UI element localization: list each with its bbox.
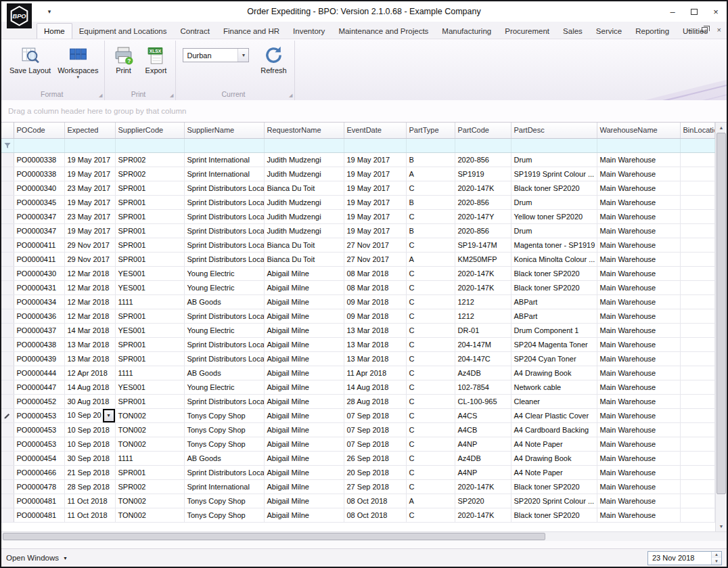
cell-suppliercode[interactable]: 1111: [115, 294, 184, 309]
cell-parttype[interactable]: C: [406, 309, 455, 323]
cell-requestorname[interactable]: Abigail Milne: [264, 494, 344, 508]
column-header-binlocationname[interactable]: BinLocationNa: [680, 123, 715, 138]
tab-finance-and-hr[interactable]: Finance and HR: [217, 24, 286, 39]
cell-expected[interactable]: 13 Mar 2018: [64, 337, 115, 351]
cell-requestorname[interactable]: Abigail Milne: [264, 451, 344, 465]
filter-cell-requestorname[interactable]: [264, 138, 344, 152]
cell-suppliercode[interactable]: SPR001: [115, 394, 184, 408]
cell-pocode[interactable]: PO0000434: [14, 294, 64, 309]
cell-partcode[interactable]: 2020-147K: [455, 266, 511, 280]
cell-expected[interactable]: 14 Aug 2018: [64, 380, 115, 394]
cell-suppliercode[interactable]: SPR001: [115, 252, 184, 266]
cell-pocode[interactable]: PO0000338: [14, 167, 64, 181]
cell-binlocationname[interactable]: [680, 451, 715, 465]
cell-binlocationname[interactable]: [680, 266, 715, 280]
cell-parttype[interactable]: C: [406, 181, 455, 195]
cell-pocode[interactable]: PO0000436: [14, 309, 64, 323]
cell-partdesc[interactable]: Network cable: [511, 380, 597, 394]
date-editor[interactable]: 23 Nov 2018 ▲ ▼: [647, 551, 722, 565]
cell-eventdate[interactable]: 19 May 2017: [344, 223, 406, 238]
table-row[interactable]: PO000046621 Sep 2018SPR001Sprint Distrib…: [1, 465, 715, 479]
cell-suppliername[interactable]: Sprint Distributors Local: [184, 195, 264, 209]
cell-requestorname[interactable]: Abigail Milne: [264, 323, 344, 337]
cell-pocode[interactable]: PO0000453: [14, 437, 64, 451]
cell-parttype[interactable]: A: [406, 252, 455, 266]
cell-parttype[interactable]: C: [406, 408, 455, 422]
cell-eventdate[interactable]: 08 Mar 2018: [344, 280, 406, 294]
cell-parttype[interactable]: C: [406, 209, 455, 223]
cell-binlocationname[interactable]: [680, 209, 715, 223]
column-header-partcode[interactable]: PartCode: [455, 123, 511, 138]
cell-requestorname[interactable]: Abigail Milne: [264, 479, 344, 494]
filter-cell-binlocationname[interactable]: [680, 138, 715, 152]
refresh-button[interactable]: Refresh: [256, 43, 291, 74]
cell-pocode[interactable]: PO0000453: [14, 408, 64, 422]
cell-warehousename[interactable]: Main Warehouse: [597, 223, 680, 238]
cell-eventdate[interactable]: 19 May 2017: [344, 167, 406, 181]
cell-requestorname[interactable]: Abigail Milne: [264, 366, 344, 380]
cell-eventdate[interactable]: 09 Mar 2018: [344, 309, 406, 323]
cell-expected[interactable]: 12 Mar 2018: [64, 309, 115, 323]
cell-partcode[interactable]: 2020-856: [455, 195, 511, 209]
bpo-logo[interactable]: BPO: [7, 3, 32, 28]
cell-binlocationname[interactable]: [680, 494, 715, 508]
cell-partdesc[interactable]: Drum: [511, 223, 597, 238]
tab-manufacturing[interactable]: Manufacturing: [435, 24, 498, 39]
cell-suppliername[interactable]: AB Goods: [184, 366, 264, 380]
cell-partcode[interactable]: A4CB: [455, 422, 511, 437]
tab-reporting[interactable]: Reporting: [629, 24, 676, 39]
cell-partcode[interactable]: 2020-856: [455, 152, 511, 167]
cell-partdesc[interactable]: Drum Component 1: [511, 323, 597, 337]
cell-binlocationname[interactable]: [680, 394, 715, 408]
cell-suppliername[interactable]: Sprint International: [184, 167, 264, 181]
cell-eventdate[interactable]: 07 Sep 2018: [344, 422, 406, 437]
cell-warehousename[interactable]: Main Warehouse: [597, 238, 680, 252]
cell-binlocationname[interactable]: [680, 408, 715, 422]
print-button[interactable]: ? Print: [108, 43, 138, 74]
cell-binlocationname[interactable]: [680, 309, 715, 323]
cell-pocode[interactable]: PO0000444: [14, 366, 64, 380]
cell-expected[interactable]: 30 Aug 2018: [64, 394, 115, 408]
cell-requestorname[interactable]: Abigail Milne: [264, 437, 344, 451]
cell-partcode[interactable]: A4CS: [455, 408, 511, 422]
date-spin-down-icon[interactable]: ▼: [712, 558, 721, 565]
cell-parttype[interactable]: C: [406, 337, 455, 351]
cell-parttype[interactable]: C: [406, 280, 455, 294]
site-combobox[interactable]: Durban ▾: [183, 48, 249, 62]
cell-binlocationname[interactable]: [680, 238, 715, 252]
cell-suppliercode[interactable]: TON002: [115, 508, 184, 522]
cell-warehousename[interactable]: Main Warehouse: [597, 152, 680, 167]
cell-expected[interactable]: 19 May 2017: [64, 195, 115, 209]
site-combobox-dropdown-icon[interactable]: ▾: [237, 49, 248, 62]
tab-sales[interactable]: Sales: [556, 24, 589, 39]
table-row[interactable]: PO000045310 Sep 2018TON002Tonys Copy Sho…: [1, 422, 715, 437]
table-row[interactable]: PO000045310 Sep 2018TON002Tonys Copy Sho…: [1, 437, 715, 451]
cell-pocode[interactable]: PO0000437: [14, 323, 64, 337]
cell-warehousename[interactable]: Main Warehouse: [597, 209, 680, 223]
cell-eventdate[interactable]: 08 Oct 2018: [344, 508, 406, 522]
filter-cell-eventdate[interactable]: [344, 138, 406, 152]
export-button[interactable]: XLSX Export: [139, 43, 172, 74]
open-windows-button[interactable]: Open Windows ▼: [6, 554, 68, 562]
cell-expected[interactable]: 11 Oct 2018: [64, 494, 115, 508]
cell-expected[interactable]: 28 Sep 2018: [64, 479, 115, 494]
cell-suppliercode[interactable]: SPR001: [115, 195, 184, 209]
cell-partdesc[interactable]: Black toner SP2020: [511, 508, 597, 522]
cell-binlocationname[interactable]: [680, 323, 715, 337]
cell-eventdate[interactable]: 19 May 2017: [344, 181, 406, 195]
cell-partdesc[interactable]: Magenta toner - SP1919: [511, 238, 597, 252]
cell-suppliercode[interactable]: SPR001: [115, 223, 184, 238]
cell-warehousename[interactable]: Main Warehouse: [597, 479, 680, 494]
cell-expected[interactable]: 13 Mar 2018: [64, 351, 115, 366]
cell-partcode[interactable]: 204-147M: [455, 337, 511, 351]
filter-cell-warehousename[interactable]: [597, 138, 680, 152]
cell-partcode[interactable]: KM250MFP: [455, 252, 511, 266]
cell-suppliercode[interactable]: YES001: [115, 280, 184, 294]
cell-expected[interactable]: 19 May 2017: [64, 167, 115, 181]
cell-expected[interactable]: 11 Oct 2018: [64, 508, 115, 522]
cell-requestorname[interactable]: Abigail Milne: [264, 465, 344, 479]
cell-requestorname[interactable]: Judith Mudzengi: [264, 152, 344, 167]
cell-partcode[interactable]: A4NP: [455, 437, 511, 451]
cell-pocode[interactable]: PO0000411: [14, 238, 64, 252]
cell-parttype[interactable]: C: [406, 238, 455, 252]
